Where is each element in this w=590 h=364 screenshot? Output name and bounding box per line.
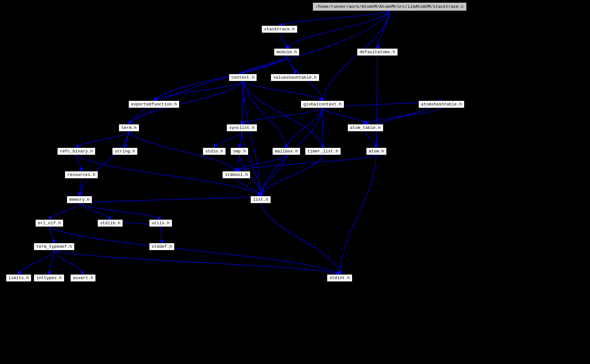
node-atom_h: atom.h	[366, 148, 387, 155]
node-module_h: module.h	[274, 48, 299, 56]
node-limits_h: limits.h	[6, 274, 31, 282]
node-stdio_h: stdio.h	[203, 148, 226, 155]
node-stdint_h: stdint.h	[327, 274, 352, 282]
node-string_h: string.h	[112, 148, 138, 155]
node-stdbool_h: stdbool.h	[222, 171, 250, 179]
node-assert_h: assert.h	[70, 274, 96, 282]
node-timer_list_h: timer_list.h	[305, 148, 341, 155]
node-valueshashtable_h: valueshashtable.h	[271, 74, 319, 81]
node-context_h: context.h	[229, 74, 257, 81]
node-inttypes_h: inttypes.h	[34, 274, 64, 282]
node-list_h: list.h	[250, 196, 271, 203]
node-term_h: term.h	[119, 124, 139, 132]
node-exportedfunction_h: exportedfunction.h	[128, 101, 179, 108]
node-stacktrace_c: /home/runner/work/AtomVM/AtomVM/src/libA…	[313, 3, 466, 11]
node-smp_h: smp.h	[230, 148, 248, 155]
node-erl_nif_h: erl_nif.h	[35, 219, 63, 227]
node-memory_h: memory.h	[67, 196, 92, 203]
node-term_typedef_h: term_typedef.h	[34, 243, 75, 250]
node-stddef_h: stddef.h	[149, 243, 175, 250]
node-synclist_h: synclist.h	[227, 124, 257, 132]
node-mailbox_h: mailbox.h	[272, 148, 300, 155]
node-defaultatoms_h: defaultatoms.h	[357, 48, 398, 56]
node-resources_h: resources.h	[65, 171, 98, 179]
node-utils_h: utils.h	[149, 219, 172, 227]
node-atom_table_h: atom_table.h	[347, 124, 383, 132]
node-stacktrace_h: stacktrace.h	[261, 25, 297, 33]
node-refc_binary_h: refc_binary.h	[57, 148, 95, 155]
node-globalcontext_h: globalcontext.h	[301, 101, 344, 108]
node-stdlib_h: stdlib.h	[97, 219, 123, 227]
node-atomshashtable_h: atomshashtable.h	[418, 101, 464, 108]
